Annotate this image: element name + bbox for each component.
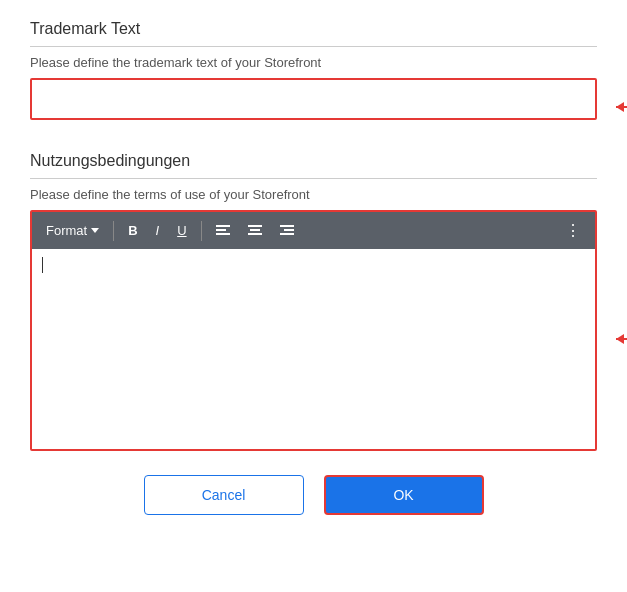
svg-rect-3 xyxy=(248,225,262,227)
svg-rect-0 xyxy=(216,225,230,227)
rich-text-editor: Format B I U xyxy=(30,210,597,451)
align-right-button[interactable] xyxy=(272,220,302,242)
editor-body[interactable] xyxy=(32,249,595,449)
text-cursor xyxy=(42,257,43,273)
trademark-input[interactable] xyxy=(30,78,597,120)
annotation-arrow-2 xyxy=(616,338,627,340)
italic-icon: I xyxy=(156,223,160,238)
more-icon: ⋮ xyxy=(565,221,581,240)
align-left-button[interactable] xyxy=(208,220,238,242)
align-right-icon xyxy=(280,225,294,237)
toolbar-separator-1 xyxy=(113,221,114,241)
underline-button[interactable]: U xyxy=(169,218,194,243)
chevron-down-icon xyxy=(91,228,99,233)
trademark-description: Please define the trademark text of your… xyxy=(30,55,597,70)
underline-icon: U xyxy=(177,223,186,238)
svg-rect-8 xyxy=(280,233,294,235)
footer-buttons: Cancel OK xyxy=(30,475,597,515)
bold-icon: B xyxy=(128,223,137,238)
svg-rect-6 xyxy=(280,225,294,227)
annotation-arrow-1 xyxy=(616,106,627,108)
bold-button[interactable]: B xyxy=(120,218,145,243)
align-center-icon xyxy=(248,225,262,237)
nutzung-title: Nutzungsbedingungen xyxy=(30,152,597,179)
cancel-button[interactable]: Cancel xyxy=(144,475,304,515)
editor-toolbar: Format B I U xyxy=(32,212,595,249)
align-center-button[interactable] xyxy=(240,220,270,242)
align-left-icon xyxy=(216,225,230,237)
svg-rect-4 xyxy=(250,229,260,231)
svg-rect-7 xyxy=(284,229,294,231)
italic-button[interactable]: I xyxy=(148,218,168,243)
svg-rect-5 xyxy=(248,233,262,235)
format-dropdown-button[interactable]: Format xyxy=(38,218,107,243)
nutzung-section: Nutzungsbedingungen Please define the te… xyxy=(30,152,597,451)
more-options-button[interactable]: ⋮ xyxy=(557,216,589,245)
trademark-section: Trademark Text Please define the tradema… xyxy=(30,20,597,136)
annotation-nr1: Nr. 1 xyxy=(616,99,627,115)
svg-rect-1 xyxy=(216,229,226,231)
annotation-nr2: Nr. 2 xyxy=(616,331,627,347)
nutzung-description: Please define the terms of use of your S… xyxy=(30,187,597,202)
trademark-title: Trademark Text xyxy=(30,20,597,47)
ok-button[interactable]: OK xyxy=(324,475,484,515)
toolbar-separator-2 xyxy=(201,221,202,241)
svg-rect-2 xyxy=(216,233,230,235)
format-label: Format xyxy=(46,223,87,238)
